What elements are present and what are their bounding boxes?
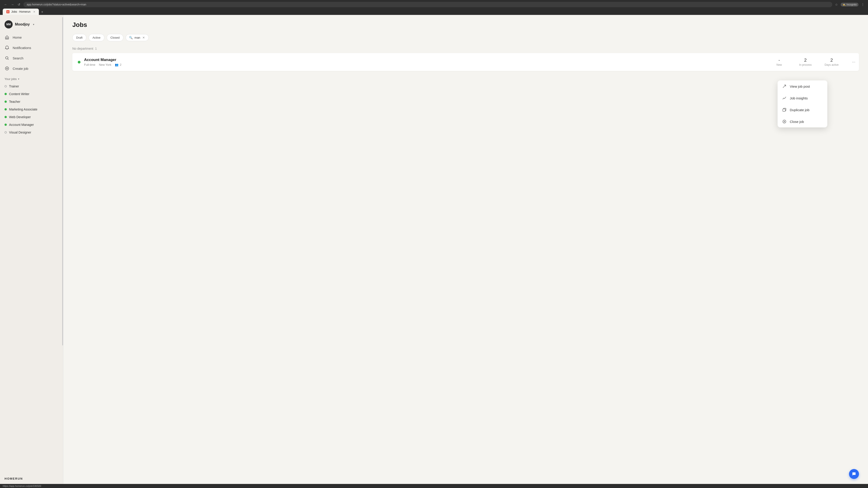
stat-in-process-label: In process (794, 63, 817, 66)
job-applicants-count: 2 (120, 63, 121, 66)
department-label: No department 1 (72, 47, 859, 51)
stat-days-active: 2 Days active (820, 58, 843, 66)
main-area: Jobs Draft Active Closed 🔍 man ✕ No depa… (63, 15, 868, 484)
scrollbar-thumb (62, 17, 63, 346)
more-icon: ··· (852, 60, 855, 64)
search-filter-box[interactable]: 🔍 man ✕ (126, 34, 149, 41)
sidebar-item-search[interactable]: Search (0, 53, 63, 63)
sidebar-job-marketing-associate[interactable]: Marketing Associate (0, 105, 63, 113)
homerun-logo: HOMERUN (4, 477, 59, 480)
job-meta: Full-time · New York · 👥 2 (84, 63, 764, 66)
tab-close-button[interactable]: ✕ (33, 10, 35, 13)
menu-item-duplicate-job[interactable]: Duplicate job (778, 104, 827, 116)
status-url: https://app.homerun.co/job/336500 (3, 485, 41, 487)
department-count: 1 (95, 47, 97, 51)
clear-search-button[interactable]: ✕ (142, 36, 145, 39)
stat-new: - New (768, 58, 790, 66)
close-job-label: Close job (790, 120, 804, 124)
job-dot-teacher (4, 101, 7, 103)
menu-button[interactable]: ⋮ (860, 2, 865, 7)
active-tab[interactable]: H Jobs · Homerun ✕ (3, 8, 39, 15)
job-dot-content-writer (4, 93, 7, 95)
sidebar-job-trainer[interactable]: Trainer (0, 83, 63, 90)
stat-in-process-value: 2 (794, 58, 817, 63)
job-label-trainer: Trainer (9, 85, 19, 88)
tabs-bar: H Jobs · Homerun ✕ + (3, 8, 865, 15)
main-content: Draft Active Closed 🔍 man ✕ No departmen… (63, 33, 868, 484)
department-name: No department (72, 47, 93, 51)
stat-days-active-label: Days active (820, 63, 843, 66)
job-dot-web-developer (4, 116, 7, 118)
job-type: Full-time (84, 63, 95, 66)
job-label-teacher: Teacher (9, 100, 20, 103)
close-job-icon (782, 119, 786, 124)
sidebar-footer: HOMERUN (0, 473, 63, 484)
job-label-visual-designer: Visual Designer (9, 131, 31, 134)
applicants-icon: 👥 (115, 63, 119, 66)
duplicate-job-icon (782, 107, 786, 112)
stat-days-active-value: 2 (820, 58, 843, 63)
company-name: Moodjoy (15, 22, 30, 26)
back-button[interactable]: ← (3, 2, 8, 7)
home-label: Home (13, 35, 22, 39)
more-options-button[interactable]: ··· (848, 57, 859, 67)
filter-draft-button[interactable]: Draft (72, 34, 86, 41)
job-card[interactable]: Account Manager Full-time · New York · 👥… (72, 53, 859, 71)
create-job-label: Create job (13, 67, 28, 70)
avatar: MM (4, 20, 13, 29)
incognito-badge: 🕵 Incognito (841, 3, 859, 6)
filter-active-button[interactable]: Active (89, 34, 104, 41)
search-filter-icon: 🔍 (129, 36, 133, 39)
forward-button[interactable]: → (9, 2, 16, 7)
sidebar-job-content-writer[interactable]: Content Writer (0, 90, 63, 98)
meta-separator-2: · (113, 63, 114, 66)
sidebar-job-account-manager[interactable]: Account Manager (0, 121, 63, 129)
job-insights-icon (782, 96, 786, 100)
job-status-dot (78, 61, 81, 64)
browser-nav-buttons: ← → ↺ (3, 2, 22, 7)
new-tab-button[interactable]: + (39, 9, 45, 15)
browser-chrome: ← → ↺ app.homerun.co/jobs?status=active&… (0, 0, 868, 15)
address-bar[interactable]: app.homerun.co/jobs?status=active&search… (24, 2, 832, 7)
job-label-marketing-associate: Marketing Associate (9, 107, 37, 111)
menu-item-job-insights[interactable]: Job insights (778, 92, 827, 104)
url-display: app.homerun.co/jobs?status=active&search… (27, 3, 829, 6)
job-dot-marketing-associate (4, 108, 7, 110)
view-job-post-icon (782, 84, 786, 89)
notifications-label: Notifications (13, 46, 31, 50)
bookmark-button[interactable]: ☆ (834, 2, 839, 7)
search-label: Search (13, 56, 24, 60)
svg-rect-2 (783, 109, 785, 111)
menu-item-close-job[interactable]: Close job (778, 116, 827, 127)
reload-button[interactable]: ↺ (16, 2, 22, 7)
filter-bar: Draft Active Closed 🔍 man ✕ (72, 33, 859, 41)
sidebar-job-teacher[interactable]: Teacher (0, 98, 63, 105)
your-jobs-label: Your jobs (4, 77, 17, 80)
tab-title: Jobs · Homerun (11, 10, 31, 13)
sidebar-job-visual-designer[interactable]: Visual Designer (0, 129, 63, 136)
company-header[interactable]: MM Moodjoy ▾ (0, 15, 63, 32)
dropdown-menu: View job post Job insights (778, 80, 827, 127)
job-dot-visual-designer (4, 131, 7, 133)
sidebar-scrollbar[interactable] (62, 15, 63, 484)
chat-button[interactable] (849, 469, 859, 479)
job-insights-label: Job insights (790, 96, 808, 100)
search-icon (4, 56, 9, 61)
job-info: Account Manager Full-time · New York · 👥… (84, 58, 764, 66)
menu-item-view-job-post[interactable]: View job post (778, 80, 827, 92)
your-jobs-section[interactable]: Your jobs ▾ (0, 74, 63, 83)
job-location: New York (99, 63, 111, 66)
page-title: Jobs (72, 21, 859, 29)
sidebar-item-notifications[interactable]: Notifications (0, 42, 63, 53)
status-bar: https://app.homerun.co/job/336500 (0, 484, 868, 488)
main-header: Jobs (63, 15, 868, 33)
sidebar: MM Moodjoy ▾ Home Notifications (0, 15, 63, 484)
view-job-post-label: View job post (790, 85, 810, 88)
duplicate-job-label: Duplicate job (790, 108, 809, 112)
sidebar-job-web-developer[interactable]: Web Developer (0, 113, 63, 121)
stat-new-value: - (768, 58, 790, 63)
filter-closed-button[interactable]: Closed (107, 34, 123, 41)
sidebar-item-home[interactable]: Home (0, 32, 63, 42)
sidebar-item-create-job[interactable]: Create job (0, 63, 63, 74)
your-jobs-chevron-icon: ▾ (18, 78, 19, 80)
